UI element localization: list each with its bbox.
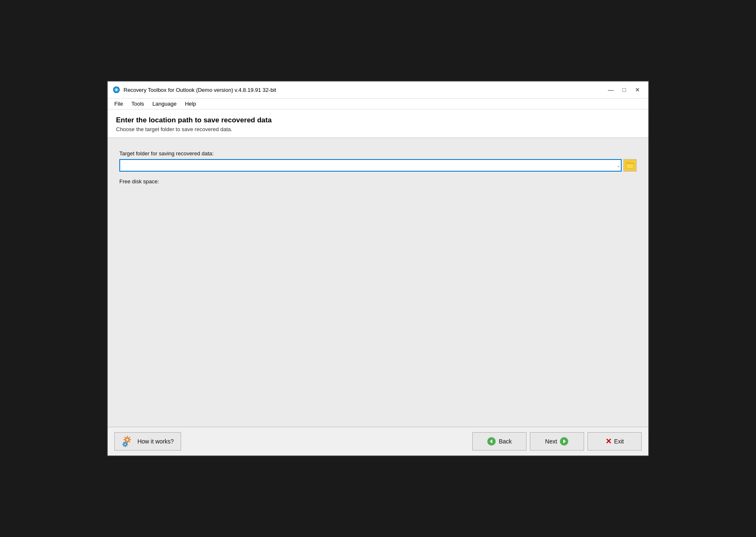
svg-line-20 bbox=[123, 446, 124, 446]
exit-x-icon: ✕ bbox=[605, 437, 612, 446]
page-title: Enter the location path to save recovere… bbox=[116, 116, 640, 124]
window-controls: — □ ✕ bbox=[605, 85, 643, 95]
svg-line-10 bbox=[129, 437, 130, 438]
folder-icon bbox=[626, 162, 634, 169]
title-bar: Recovery Toolbox for Outlook (Demo versi… bbox=[108, 81, 648, 99]
svg-point-12 bbox=[124, 443, 126, 446]
minimize-button[interactable]: — bbox=[605, 85, 617, 95]
svg-line-8 bbox=[125, 437, 126, 438]
folder-input-row: ⌄ bbox=[119, 159, 637, 172]
disk-space-label: Free disk space: bbox=[119, 178, 637, 185]
menu-language[interactable]: Language bbox=[149, 99, 180, 108]
folder-path-input[interactable] bbox=[119, 159, 622, 172]
svg-line-17 bbox=[123, 443, 124, 443]
header-section: Enter the location path to save recovere… bbox=[108, 109, 648, 138]
next-label: Next bbox=[545, 438, 557, 445]
close-button[interactable]: ✕ bbox=[632, 85, 643, 95]
menu-help[interactable]: Help bbox=[181, 99, 199, 108]
menu-file[interactable]: File bbox=[111, 99, 126, 108]
browse-button[interactable] bbox=[623, 159, 637, 172]
exit-button[interactable]: ✕ Exit bbox=[587, 432, 642, 451]
footer: How it works? Back Next ✕ Exit bbox=[108, 427, 648, 456]
how-it-works-button[interactable]: How it works? bbox=[114, 432, 181, 451]
footer-left: How it works? bbox=[114, 432, 181, 451]
back-button[interactable]: Back bbox=[472, 432, 527, 451]
svg-line-19 bbox=[127, 443, 127, 443]
svg-point-2 bbox=[116, 89, 117, 91]
folder-field-label: Target folder for saving recovered data: bbox=[119, 150, 637, 157]
svg-line-18 bbox=[127, 446, 127, 446]
gear-icon bbox=[121, 436, 135, 447]
menu-tools[interactable]: Tools bbox=[128, 99, 147, 108]
main-window: Recovery Toolbox for Outlook (Demo versi… bbox=[107, 81, 649, 456]
title-bar-left: Recovery Toolbox for Outlook (Demo versi… bbox=[113, 86, 276, 94]
main-content: Target folder for saving recovered data:… bbox=[108, 138, 648, 427]
folder-input-wrapper: ⌄ bbox=[119, 159, 622, 172]
back-icon bbox=[487, 437, 496, 446]
next-button[interactable]: Next bbox=[530, 432, 584, 451]
back-label: Back bbox=[499, 438, 512, 445]
svg-point-3 bbox=[126, 438, 129, 441]
exit-label: Exit bbox=[614, 438, 624, 445]
app-icon bbox=[113, 86, 120, 94]
page-subtitle: Choose the target folder to save recover… bbox=[116, 126, 640, 132]
window-title: Recovery Toolbox for Outlook (Demo versi… bbox=[123, 87, 276, 93]
next-icon bbox=[559, 437, 569, 446]
maximize-button[interactable]: □ bbox=[618, 85, 630, 95]
menu-bar: File Tools Language Help bbox=[108, 99, 648, 109]
svg-line-9 bbox=[129, 441, 130, 442]
footer-right: Back Next ✕ Exit bbox=[472, 432, 642, 451]
how-it-works-label: How it works? bbox=[137, 438, 174, 445]
folder-field-group: Target folder for saving recovered data:… bbox=[119, 150, 637, 172]
